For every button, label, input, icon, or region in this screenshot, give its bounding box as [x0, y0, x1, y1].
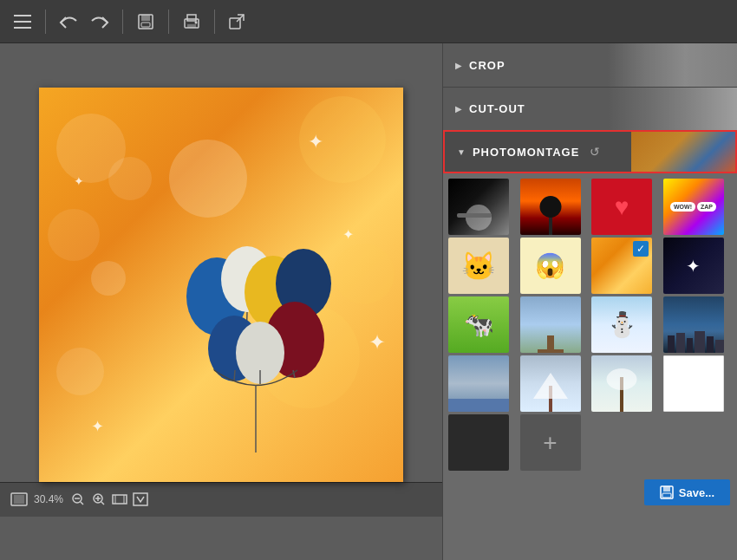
- thumb-heart-red[interactable]: ♥: [591, 179, 652, 235]
- sparkle-3: ✦: [368, 330, 386, 355]
- zoom-value: 30.4%: [31, 493, 66, 505]
- svg-rect-34: [687, 338, 693, 353]
- add-icon: +: [543, 431, 557, 455]
- toolbar-sep-1: [45, 10, 46, 34]
- save-label: Save...: [679, 486, 714, 499]
- thumb-cat[interactable]: 🐱: [448, 238, 509, 294]
- svg-rect-1: [14, 21, 31, 23]
- thumb-snow-tree[interactable]: [520, 355, 581, 412]
- svg-rect-33: [676, 333, 685, 353]
- svg-rect-0: [14, 15, 31, 16]
- svg-rect-7: [187, 15, 196, 21]
- save-area: Save...: [443, 474, 737, 512]
- cutout-bg-image: [607, 88, 737, 130]
- main-area: ✦ ✦ ✦ ✦ ✦: [0, 43, 737, 560]
- svg-rect-39: [663, 486, 670, 492]
- thumb-snowman[interactable]: ⛄: [591, 296, 652, 353]
- bokeh-9: [56, 348, 104, 395]
- share-button[interactable]: [225, 10, 250, 34]
- actual-size-button[interactable]: [132, 491, 149, 508]
- thumb-tree-sunset[interactable]: [520, 179, 581, 235]
- svg-rect-36: [707, 336, 714, 353]
- save-button[interactable]: Save...: [644, 479, 730, 505]
- toolbar: [0, 0, 737, 43]
- fit-width-button[interactable]: [111, 491, 128, 508]
- thumb-night-sparkle[interactable]: ✦: [663, 238, 724, 294]
- canvas-bottom-bar: 30.4%: [0, 482, 442, 517]
- thumb-city[interactable]: [663, 296, 724, 353]
- crop-arrow-icon: ▶: [455, 61, 462, 70]
- zoom-controls: 30.4%: [10, 491, 149, 508]
- zoom-out-button[interactable]: [69, 491, 87, 508]
- svg-line-27: [101, 502, 104, 505]
- canvas-area: ✦ ✦ ✦ ✦ ✦: [0, 43, 442, 560]
- svg-rect-5: [141, 23, 150, 27]
- svg-rect-32: [668, 335, 675, 353]
- thumb-white[interactable]: [663, 355, 724, 412]
- thumb-bokeh-gold[interactable]: ✓: [591, 238, 652, 294]
- thumb-comic[interactable]: WOW! ZAP: [663, 179, 724, 235]
- photomontage-bg-image: [631, 132, 735, 172]
- bokeh-6: [334, 244, 395, 304]
- svg-point-9: [195, 21, 198, 23]
- save-icon: [660, 485, 674, 499]
- photomontage-label: PHOTOMONTAGE: [473, 146, 579, 159]
- svg-rect-31: [134, 493, 147, 505]
- svg-rect-4: [141, 15, 150, 21]
- cutout-arrow-icon: ▶: [455, 104, 462, 114]
- bokeh-4: [48, 209, 100, 261]
- canvas-image: ✦ ✦ ✦ ✦ ✦: [39, 88, 403, 482]
- sidebar: ▶ CROP ▶ CUT-OUT ▼ PHOTOMONTAGE ↺: [442, 43, 737, 560]
- sparkle-4: ✦: [74, 174, 84, 188]
- sparkle-2: ✦: [342, 226, 354, 243]
- bokeh-5: [91, 261, 126, 296]
- svg-rect-40: [662, 493, 671, 498]
- photomontage-section: ▼ PHOTOMONTAGE ↺: [443, 130, 737, 173]
- thumb-monster[interactable]: 😱: [520, 238, 581, 294]
- zoom-in-button[interactable]: [90, 491, 108, 508]
- thumb-space[interactable]: [448, 179, 509, 235]
- undo-button[interactable]: [56, 10, 81, 34]
- crop-bg-image: [607, 43, 737, 87]
- sparkle-1: ✦: [308, 131, 323, 153]
- bokeh-7: [169, 140, 247, 218]
- toolbar-sep-4: [214, 10, 215, 34]
- thumb-cow[interactable]: 🐄: [448, 296, 509, 353]
- svg-line-23: [81, 502, 83, 505]
- sparkle-5: ✦: [91, 417, 104, 436]
- thumb-dock[interactable]: [520, 296, 581, 353]
- print-button[interactable]: [179, 10, 204, 34]
- add-thumbnail-button[interactable]: +: [520, 414, 581, 471]
- photomontage-arrow-icon: ▼: [457, 147, 466, 157]
- crop-section-header[interactable]: ▶ CROP: [443, 43, 737, 87]
- thumb-selected-check: ✓: [633, 241, 649, 257]
- menu-icon[interactable]: [10, 10, 35, 34]
- svg-rect-37: [715, 340, 724, 353]
- svg-rect-35: [695, 331, 705, 353]
- cutout-label: CUT-OUT: [469, 102, 525, 115]
- crop-label: CROP: [469, 59, 505, 72]
- bokeh-2: [108, 157, 152, 200]
- balloon-container: [169, 218, 342, 465]
- thumb-venice[interactable]: [448, 355, 509, 412]
- toolbar-sep-2: [122, 10, 123, 34]
- redo-button[interactable]: [88, 10, 112, 34]
- fit-icon[interactable]: [10, 492, 28, 506]
- save-file-button[interactable]: [134, 10, 158, 34]
- thumbnail-grid: ♥ WOW! ZAP 🐱 😱: [443, 175, 737, 474]
- toolbar-sep-3: [168, 10, 169, 34]
- thumb-winter-tree[interactable]: [591, 355, 652, 412]
- photomontage-section-header[interactable]: ▼ PHOTOMONTAGE ↺: [445, 132, 735, 172]
- refresh-icon[interactable]: ↺: [590, 145, 600, 159]
- svg-rect-20: [14, 495, 24, 504]
- svg-rect-8: [187, 24, 196, 28]
- svg-rect-28: [113, 495, 127, 504]
- thumb-dark[interactable]: [448, 414, 509, 471]
- svg-rect-2: [14, 27, 31, 29]
- cutout-section-header[interactable]: ▶ CUT-OUT: [443, 87, 737, 130]
